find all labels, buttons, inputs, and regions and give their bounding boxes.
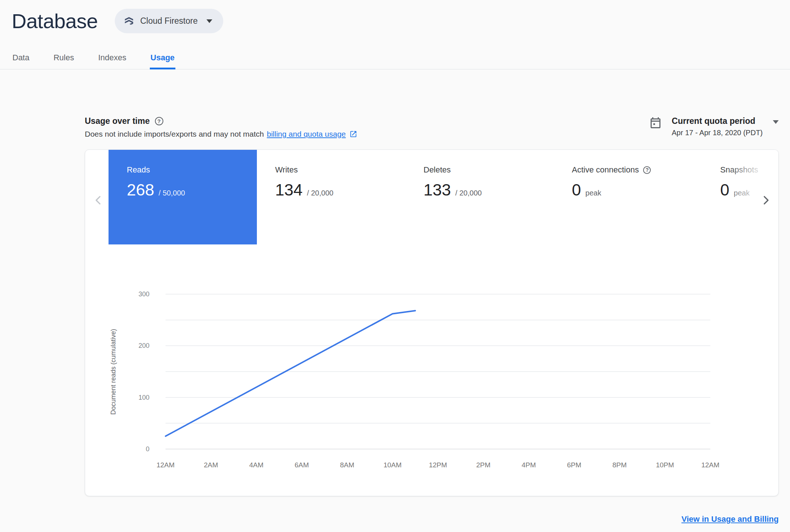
metric-suffix: peak	[585, 189, 601, 197]
metric-value-row: 134/ 20,000	[275, 180, 405, 200]
y-tick-label: 0	[146, 445, 149, 453]
metric-label: Deletes	[424, 165, 554, 175]
help-icon[interactable]: ?	[155, 117, 163, 125]
firestore-icon	[124, 16, 134, 27]
chart-svg	[166, 294, 710, 449]
section-title: Usage over time	[85, 116, 150, 126]
metric-label: Writes	[275, 165, 405, 175]
metric-tile-deletes[interactable]: Deletes133/ 20,000	[405, 150, 554, 244]
quota-period-range: Apr 17 - Apr 18, 2020 (PDT)	[672, 129, 779, 137]
metric-value: 134	[275, 180, 303, 200]
metric-suffix: / 20,000	[455, 189, 482, 197]
metric-suffix: / 20,000	[307, 189, 333, 197]
product-selector[interactable]: Cloud Firestore	[115, 9, 223, 33]
footer: View in Usage and Billing	[85, 514, 779, 524]
quota-period-text: Current quota period Apr 17 - Apr 18, 20…	[672, 116, 779, 137]
header: Database Cloud Firestore	[0, 0, 790, 33]
y-tick-label: 300	[138, 290, 149, 298]
metric-value: 268	[127, 180, 154, 200]
y-tick-label: 100	[138, 394, 149, 401]
metric-label: Active connections?	[572, 165, 702, 175]
metric-label-text: Deletes	[424, 165, 451, 175]
page-title: Database	[12, 9, 98, 33]
x-tick-label: 4PM	[521, 461, 536, 469]
quota-period-selector[interactable]: Current quota period Apr 17 - Apr 18, 20…	[649, 116, 779, 137]
help-icon[interactable]: ?	[643, 166, 651, 174]
calendar-icon	[649, 116, 662, 129]
metric-tile-writes[interactable]: Writes134/ 20,000	[257, 150, 405, 244]
quota-period-label: Current quota period	[672, 116, 755, 126]
x-tick-label: 12AM	[156, 461, 175, 469]
x-tick-label: 8PM	[612, 461, 627, 469]
x-tick-label: 2PM	[476, 461, 490, 469]
external-link-icon[interactable]	[349, 130, 357, 138]
x-tick-label: 2AM	[204, 461, 218, 469]
x-tick-label: 8AM	[340, 461, 354, 469]
carousel-next-button[interactable]	[758, 192, 774, 208]
tabs: DataRulesIndexesUsage	[0, 50, 790, 69]
x-tick-label: 12PM	[429, 461, 447, 469]
metric-value: 0	[720, 180, 729, 200]
x-tick-label: 6PM	[567, 461, 581, 469]
metric-suffix: peak	[734, 189, 749, 197]
metric-value-row: 133/ 20,000	[424, 180, 554, 200]
section-subtitle: Does not include imports/exports and may…	[85, 130, 264, 138]
metric-label: Reads	[127, 165, 257, 175]
metric-label-text: Active connections	[572, 165, 639, 175]
metric-value-row: 0peak	[572, 180, 702, 200]
usage-section-titles: Usage over time ? Does not include impor…	[85, 116, 357, 138]
metric-label: Snapshots	[720, 165, 779, 175]
metrics-carousel: Reads268/ 50,000Writes134/ 20,000Deletes…	[85, 150, 778, 244]
metric-value: 0	[572, 180, 581, 200]
tab-data[interactable]: Data	[12, 50, 30, 69]
x-tick-label: 6AM	[295, 461, 309, 469]
usage-section-header: Usage over time ? Does not include impor…	[85, 116, 779, 138]
x-tick-label: 10AM	[383, 461, 402, 469]
usage-card: Reads268/ 50,000Writes134/ 20,000Deletes…	[85, 149, 779, 496]
metric-label-text: Reads	[127, 165, 150, 175]
metric-label-text: Writes	[275, 165, 298, 175]
product-selector-label: Cloud Firestore	[140, 16, 198, 26]
x-tick-label: 10PM	[656, 461, 674, 469]
y-axis-ticks: 3002001000	[85, 294, 157, 449]
billing-quota-usage-link[interactable]: billing and quota usage	[267, 130, 346, 138]
x-tick-label: 4AM	[249, 461, 263, 469]
y-tick-label: 200	[138, 342, 149, 350]
chart-plot	[166, 294, 710, 449]
metric-value: 133	[424, 180, 451, 200]
content: Usage over time ? Does not include impor…	[0, 116, 790, 524]
metric-tile-reads[interactable]: Reads268/ 50,000	[109, 150, 257, 244]
metric-value-row: 268/ 50,000	[127, 180, 257, 200]
view-usage-billing-link[interactable]: View in Usage and Billing	[681, 514, 779, 524]
metric-label-text: Snapshots	[720, 165, 758, 175]
chevron-down-icon	[206, 19, 212, 23]
page: Database Cloud Firestore DataRulesIndexe…	[0, 0, 790, 532]
tab-rules[interactable]: Rules	[53, 50, 75, 69]
metric-tile-active-connections[interactable]: Active connections?0peak	[554, 150, 702, 244]
carousel-prev-button[interactable]	[90, 192, 106, 208]
tab-usage[interactable]: Usage	[150, 50, 175, 69]
x-tick-label: 12AM	[701, 461, 719, 469]
tab-indexes[interactable]: Indexes	[98, 50, 127, 69]
metric-suffix: / 50,000	[159, 189, 185, 197]
chevron-down-icon	[773, 120, 779, 124]
metric-tiles: Reads268/ 50,000Writes134/ 20,000Deletes…	[109, 150, 779, 244]
x-axis-ticks: 12AM2AM4AM6AM8AM10AM12PM2PM4PM6PM8PM10PM…	[166, 461, 710, 471]
